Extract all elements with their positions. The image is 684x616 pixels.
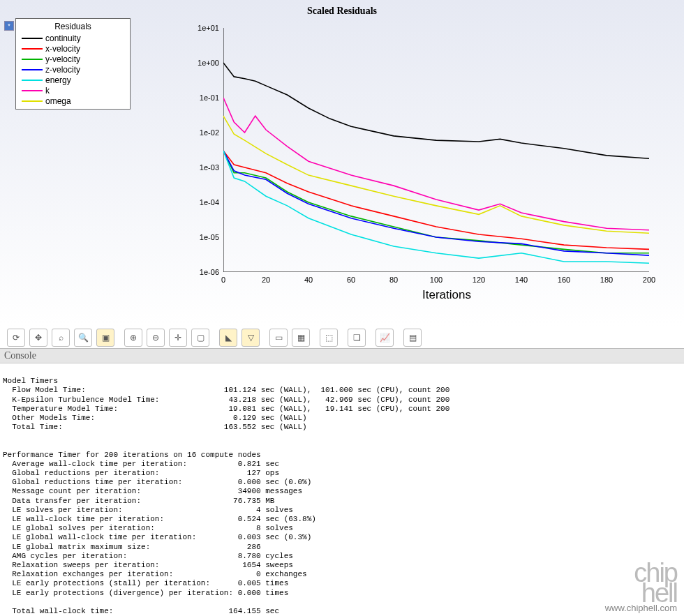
series-k	[223, 98, 649, 230]
legend-label: omega	[45, 96, 71, 106]
legend-swatch	[22, 48, 43, 50]
series-omega	[223, 116, 649, 233]
page-icon[interactable]: ▢	[191, 329, 209, 347]
console-output: Model Timers Flow Model Time: 101.124 se…	[0, 363, 684, 616]
watermark: chiphell www.chiphell.com	[605, 563, 677, 613]
swatch-icon[interactable]: ▭	[269, 329, 288, 347]
x-tick-label: 40	[304, 276, 313, 284]
legend-swatch	[22, 80, 43, 81]
y-tick-label: 1e+00	[198, 59, 219, 67]
x-tick-label: 120	[473, 276, 485, 284]
legend-swatch	[22, 100, 43, 102]
x-tick-label: 80	[389, 276, 398, 284]
cube-icon[interactable]: ⬚	[320, 329, 338, 347]
y-tick-label: 1e+01	[198, 24, 219, 32]
legend-item: y-velocity	[22, 54, 124, 64]
x-tick-label: 180	[600, 276, 613, 284]
watermark-url: www.chiphell.com	[605, 603, 677, 613]
x-tick-label: 160	[558, 276, 570, 284]
chart-title: Scaled Residuals	[0, 6, 684, 17]
y-tick-label: 1e-04	[200, 198, 219, 206]
series-z-velocity	[223, 151, 649, 255]
legend-item: energy	[22, 75, 124, 85]
y-tick-label: 1e-01	[200, 93, 219, 102]
note-icon[interactable]: ▤	[403, 329, 422, 347]
x-axis-title: Iterations	[422, 288, 471, 302]
chart-icon[interactable]: 📈	[376, 329, 394, 347]
legend-swatch	[22, 38, 43, 39]
legend-item: k	[22, 85, 124, 96]
console-header: Console	[0, 349, 684, 363]
legend-item: z-velocity	[22, 64, 124, 75]
series-continuity	[223, 63, 649, 158]
zoom-in-icon[interactable]: ⊕	[124, 329, 142, 347]
legend-swatch	[22, 59, 43, 60]
y-tick-label: 1e-03	[200, 163, 219, 172]
legend-title: Residuals	[22, 22, 124, 31]
legend-label: k	[45, 86, 50, 96]
legend: Residuals continuityx-velocityy-velocity…	[15, 18, 131, 110]
crosshair-icon[interactable]: ✛	[169, 329, 187, 347]
refresh-icon[interactable]: ⟳	[7, 329, 25, 347]
x-tick-label: 0	[221, 276, 225, 284]
y-tick-label: 1e-02	[200, 128, 219, 137]
legend-label: y-velocity	[45, 54, 80, 64]
zoom-box-icon[interactable]: ▣	[96, 329, 114, 347]
x-tick-label: 200	[643, 276, 655, 284]
zoom-select-icon[interactable]: ⌕	[52, 329, 70, 347]
x-tick-label: 60	[347, 276, 355, 284]
plot-region[interactable]	[223, 28, 649, 272]
flag-icon[interactable]: ◣	[219, 329, 237, 347]
legend-label: energy	[45, 75, 71, 85]
funnel-icon[interactable]: ▽	[241, 329, 260, 347]
zoom-out-icon[interactable]: ⊖	[147, 329, 165, 347]
legend-item: omega	[22, 96, 124, 106]
toolbar: ⟳✥⌕🔍▣⊕⊖✛▢◣▽▭▦⬚❏📈▤	[0, 326, 684, 349]
watermark-logo: chiphell	[605, 563, 677, 603]
legend-label: continuity	[45, 33, 81, 43]
x-tick-label: 100	[430, 276, 443, 284]
x-tick-label: 140	[515, 276, 528, 284]
legend-item: continuity	[22, 33, 124, 43]
cube-color-icon[interactable]: ▦	[292, 329, 310, 347]
legend-label: z-velocity	[45, 65, 80, 75]
legend-label: x-velocity	[45, 44, 80, 54]
legend-swatch	[22, 90, 43, 91]
zoom-icon[interactable]: 🔍	[74, 329, 92, 347]
legend-swatch	[22, 69, 43, 70]
pin-icon[interactable]: *	[4, 21, 14, 31]
y-tick-label: 1e-05	[200, 233, 219, 241]
x-tick-label: 20	[262, 276, 270, 284]
chart-panel: * Scaled Residuals Residuals continuityx…	[0, 0, 684, 326]
move-icon[interactable]: ✥	[29, 329, 47, 347]
y-tick-label: 1e-06	[200, 268, 219, 276]
overlay-icon[interactable]: ❏	[348, 329, 366, 347]
legend-item: x-velocity	[22, 43, 124, 54]
